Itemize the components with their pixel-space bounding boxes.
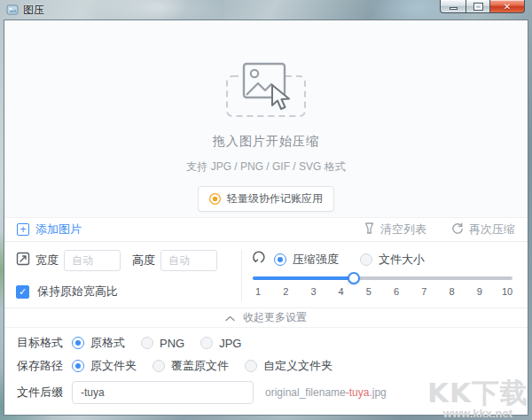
height-label: 高度: [132, 253, 155, 268]
resize-icon: [16, 252, 30, 269]
strength-slider[interactable]: 1 2 3 4 5 6 7 8 9 10: [253, 276, 516, 297]
settings-panel: 宽度 高度 ✓ 保持原始宽高比 压缩: [4, 242, 528, 307]
slider-tick: 7: [419, 286, 429, 297]
width-input[interactable]: [64, 250, 121, 271]
slider-tick: 9: [474, 286, 485, 297]
slider-track[interactable]: [253, 276, 512, 280]
add-images-label: 添加图片: [35, 222, 82, 237]
collapse-settings-button[interactable]: 收起更多设置: [4, 307, 528, 327]
radio-icon: [153, 360, 165, 372]
mode-option-filesize[interactable]: 文件大小: [360, 252, 425, 268]
slider-tick: 10: [502, 286, 512, 297]
plus-square-icon: +: [17, 223, 29, 236]
close-button[interactable]: ✕: [489, 0, 525, 13]
mode-option-strength[interactable]: 压缩强度: [274, 252, 339, 268]
keep-ratio-checkbox[interactable]: ✓: [16, 285, 29, 299]
slider-tick: 4: [336, 286, 347, 297]
app-window: 图压 ✕ 拖入图片开始压缩 支持 JPG / PNG / GIF / SVG 格…: [0, 0, 532, 420]
slider-tick: 3: [308, 286, 318, 297]
minimize-button[interactable]: [440, 0, 466, 13]
slider-fill: [253, 276, 354, 280]
recompress-label: 再次压缩: [469, 222, 515, 237]
slider-tick: 1: [253, 286, 263, 297]
filename-preview: original_filename-tuya.jpg: [265, 386, 387, 399]
radio-icon: [200, 337, 213, 349]
window-controls: ✕: [440, 0, 525, 13]
maximize-icon: [474, 4, 482, 10]
clear-list-icon: [364, 222, 375, 237]
radio-icon: [245, 360, 257, 372]
vertical-divider: [241, 250, 242, 301]
chevron-up-icon: [225, 312, 235, 324]
slider-tick: 2: [280, 286, 291, 297]
slider-tick: 6: [391, 286, 402, 297]
dropzone-image-icon: [220, 61, 312, 123]
maximize-button[interactable]: [466, 0, 489, 13]
app-content: 拖入图片开始压缩 支持 JPG / PNG / GIF / SVG 格式 轻量级…: [4, 19, 528, 416]
dropzone-formats: 支持 JPG / PNG / GIF / SVG 格式: [186, 159, 345, 175]
slider-handle[interactable]: [348, 272, 360, 284]
width-label: 宽度: [35, 253, 59, 268]
coin-icon: [209, 193, 221, 205]
radio-icon: [360, 253, 372, 266]
clear-list-button[interactable]: 清空列表: [364, 222, 426, 237]
dropzone[interactable]: 拖入图片开始压缩 支持 JPG / PNG / GIF / SVG 格式 轻量级…: [4, 20, 528, 217]
radio-icon: [141, 337, 153, 349]
close-icon: ✕: [504, 2, 511, 12]
format-option-original[interactable]: 原格式: [72, 335, 125, 351]
path-option-custom-folder[interactable]: 自定义文件夹: [245, 358, 332, 374]
promo-label: 轻量级协作记账应用: [227, 191, 323, 206]
radio-icon: [72, 360, 84, 372]
save-path-row: 保存路径 原文件夹 覆盖原文件 自定义文件夹: [17, 358, 515, 374]
list-toolbar: + 添加图片 清空列表 再次压缩: [4, 217, 528, 242]
collapse-label: 收起更多设置: [243, 310, 307, 325]
format-option-png[interactable]: PNG: [141, 337, 184, 350]
format-label: 目标格式: [17, 335, 72, 351]
format-option-jpg[interactable]: JPG: [200, 337, 241, 350]
keep-ratio-row[interactable]: ✓ 保持原始宽高比: [16, 284, 231, 299]
path-options: 原文件夹 覆盖原文件 自定义文件夹: [72, 358, 332, 374]
suffix-label: 文件后缀: [17, 385, 72, 401]
file-suffix-row: 文件后缀 original_filename-tuya.jpg: [17, 381, 515, 404]
path-option-original-folder[interactable]: 原文件夹: [72, 358, 137, 374]
path-option-overwrite[interactable]: 覆盖原文件: [153, 358, 229, 374]
add-images-button[interactable]: + 添加图片: [17, 222, 82, 237]
keep-ratio-label: 保持原始宽高比: [37, 284, 118, 299]
dial-icon: [253, 251, 267, 268]
app-icon: [6, 4, 19, 16]
height-input[interactable]: [160, 250, 217, 271]
radio-icon: [274, 253, 286, 266]
refresh-icon: [451, 222, 464, 237]
suffix-input[interactable]: [72, 381, 254, 404]
dropzone-title: 拖入图片开始压缩: [213, 134, 319, 150]
radio-icon: [72, 337, 84, 349]
title-bar[interactable]: 图压 ✕: [0, 0, 532, 19]
recompress-button[interactable]: 再次压缩: [451, 222, 515, 237]
compression-settings: 压缩强度 文件大小 1 2 3 4: [253, 250, 516, 301]
clear-list-label: 清空列表: [380, 222, 426, 237]
target-format-row: 目标格式 原格式 PNG JPG: [17, 335, 515, 351]
dimension-row: 宽度 高度: [16, 250, 231, 271]
toolbar-actions: 清空列表 再次压缩: [364, 222, 515, 237]
promo-button[interactable]: 轻量级协作记账应用: [198, 186, 334, 212]
slider-tick: 8: [447, 286, 458, 297]
window-title: 图压: [23, 3, 44, 18]
minimize-icon: [450, 7, 458, 10]
dimension-settings: 宽度 高度 ✓ 保持原始宽高比: [16, 250, 231, 301]
slider-tick: 5: [364, 286, 374, 297]
path-label: 保存路径: [17, 358, 72, 374]
more-settings: 目标格式 原格式 PNG JPG 保: [4, 327, 528, 415]
slider-ticks: 1 2 3 4 5 6 7 8 9 10: [253, 286, 512, 297]
compression-mode-row: 压缩强度 文件大小: [253, 251, 516, 268]
format-options: 原格式 PNG JPG: [72, 335, 241, 351]
